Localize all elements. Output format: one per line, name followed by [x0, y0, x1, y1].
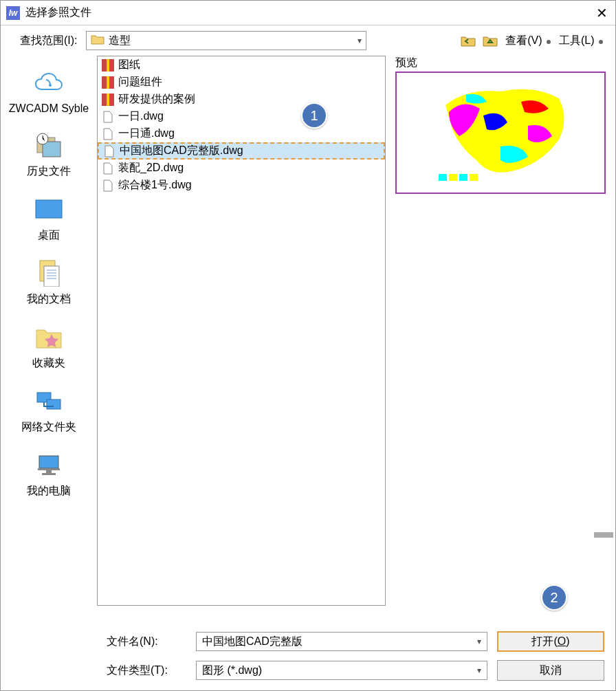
svg-rect-16	[107, 76, 109, 89]
list-item-selected[interactable]: 中国地图CAD完整版.dwg	[98, 142, 385, 160]
open-button[interactable]: 打开(O)	[497, 631, 604, 652]
file-icon	[102, 162, 114, 175]
up-folder-icon[interactable]	[482, 32, 498, 49]
sidebar-item-network[interactable]: 网络文件夹	[21, 387, 76, 435]
filename-input[interactable]: 中国地图CAD完整版 ▾	[196, 632, 487, 651]
list-item[interactable]: 一日.dwg	[98, 108, 385, 125]
preview-label: 预览	[395, 56, 606, 70]
svg-rect-18	[107, 94, 109, 106]
preview-map-image	[425, 78, 576, 188]
svg-rect-22	[459, 174, 468, 181]
sidebar: ZWCADM Syble 历史文件 桌面 我的文档	[1, 56, 97, 690]
svg-point-0	[49, 84, 52, 87]
chevron-down-icon: ▾	[358, 36, 362, 45]
svg-rect-9	[39, 456, 58, 468]
svg-rect-10	[38, 468, 60, 470]
back-folder-icon[interactable]	[460, 32, 476, 49]
list-item[interactable]: 综合楼1号.dwg	[98, 177, 385, 194]
annotation-badge-2: 2	[541, 584, 567, 611]
app-icon: Iw	[6, 6, 20, 20]
file-icon	[103, 145, 116, 157]
lookin-label: 查找范围(I):	[20, 34, 78, 48]
preview-panel: 预览	[395, 56, 606, 617]
file-list[interactable]: 图纸 问题组件 研发提供的案例 一日.dwg	[97, 56, 386, 606]
history-icon	[34, 131, 64, 159]
main-area: 图纸 问题组件 研发提供的案例 一日.dwg	[97, 56, 615, 690]
sidebar-item-favorites[interactable]: 收藏夹	[32, 323, 65, 371]
tools-menu[interactable]: 工具(L)	[558, 31, 604, 51]
preview-box	[395, 72, 606, 194]
svg-rect-23	[470, 174, 478, 181]
svg-rect-6	[44, 266, 59, 287]
annotation-badge-1: 1	[301, 102, 327, 129]
svg-rect-14	[107, 59, 109, 72]
filetype-dropdown[interactable]: 图形 (*.dwg) ▾	[196, 661, 487, 680]
desktop-icon	[34, 195, 64, 223]
file-icon	[102, 128, 114, 140]
list-item[interactable]: 问题组件	[98, 74, 385, 91]
list-item[interactable]: 装配_2D.dwg	[98, 160, 385, 177]
dialog-title: 选择参照文件	[25, 6, 593, 20]
favorites-icon	[34, 323, 64, 351]
folder-dropdown[interactable]: 造型 ▾	[86, 31, 366, 50]
list-item[interactable]: 研发提供的案例	[98, 91, 385, 108]
cancel-button[interactable]: 取消	[497, 660, 604, 681]
cloud-icon	[34, 69, 64, 97]
bottom-panel: 2 文件名(N): 中国地图CAD完整版 ▾ 打开(O) 文件类型(T): 图形…	[97, 617, 615, 690]
folder-icon	[91, 34, 104, 47]
archive-icon	[102, 59, 114, 72]
filetype-label: 文件类型(T):	[97, 663, 186, 678]
file-dialog: Iw 选择参照文件 ✕ 查找范围(I): 造型 ▾ 查看(V) 工具(L)	[0, 0, 616, 691]
close-icon[interactable]: ✕	[593, 5, 610, 21]
list-item[interactable]: 一日通.dwg	[98, 125, 385, 142]
list-item[interactable]: 图纸	[98, 56, 385, 74]
svg-rect-4	[36, 200, 62, 218]
chevron-down-icon: ▾	[477, 666, 481, 675]
dialog-body: ZWCADM Syble 历史文件 桌面 我的文档	[1, 56, 615, 690]
sidebar-item-cloud[interactable]: ZWCADM Syble	[9, 69, 89, 115]
file-icon	[102, 111, 114, 123]
documents-icon	[34, 259, 64, 287]
sidebar-item-documents[interactable]: 我的文档	[27, 259, 71, 307]
computer-icon	[34, 451, 64, 479]
sidebar-item-computer[interactable]: 我的电脑	[27, 451, 71, 498]
filename-label: 文件名(N):	[97, 635, 186, 649]
folder-name: 造型	[109, 34, 131, 48]
sidebar-item-history[interactable]: 历史文件	[27, 131, 71, 179]
network-icon	[34, 387, 64, 415]
svg-rect-21	[449, 174, 457, 181]
svg-rect-20	[439, 174, 447, 181]
file-icon	[102, 179, 114, 192]
chevron-down-icon: ▾	[477, 637, 481, 646]
svg-rect-11	[46, 470, 52, 473]
archive-icon	[102, 76, 114, 89]
svg-rect-12	[42, 473, 56, 475]
sidebar-item-desktop[interactable]: 桌面	[34, 195, 64, 243]
archive-icon	[102, 94, 114, 106]
toolbar: 查找范围(I): 造型 ▾ 查看(V) 工具(L)	[1, 25, 615, 56]
view-menu[interactable]: 查看(V)	[504, 31, 552, 51]
svg-rect-8	[47, 399, 60, 409]
resize-grip[interactable]	[594, 532, 613, 538]
titlebar: Iw 选择参照文件 ✕	[1, 1, 615, 25]
content-row: 图纸 问题组件 研发提供的案例 一日.dwg	[97, 56, 615, 617]
